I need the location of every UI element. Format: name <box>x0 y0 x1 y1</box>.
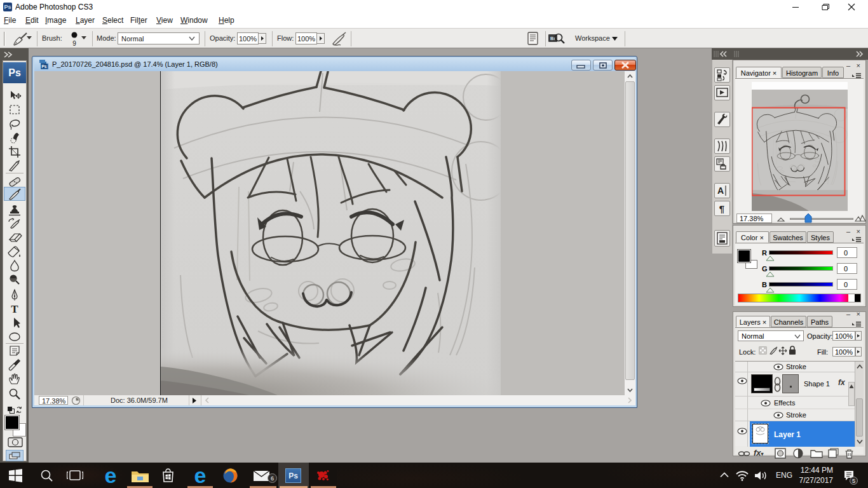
svg-text:A: A <box>717 186 724 196</box>
svg-text:T: T <box>11 303 18 315</box>
svg-text:¶: ¶ <box>719 203 724 214</box>
svg-text:9: 9 <box>72 40 76 47</box>
svg-text:Ps: Ps <box>42 64 47 69</box>
